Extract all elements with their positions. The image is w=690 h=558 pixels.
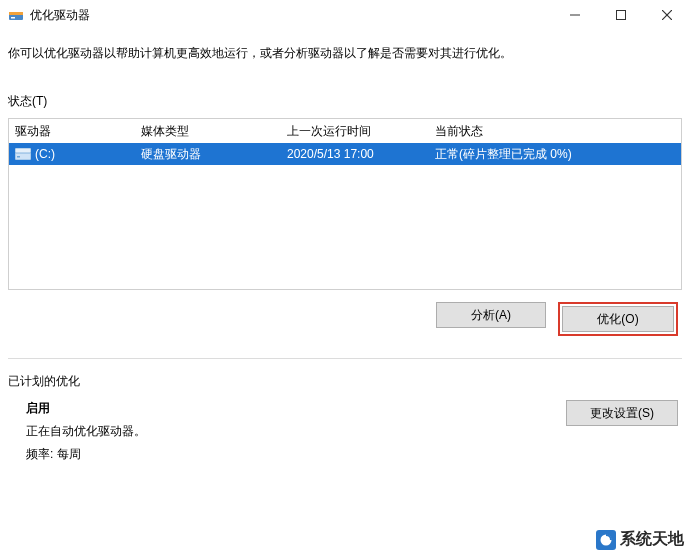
drive-list[interactable]: 驱动器 媒体类型 上一次运行时间 当前状态 (C:) 硬盘驱动器 2020/5/…	[8, 118, 682, 290]
cell-media: 硬盘驱动器	[135, 146, 281, 163]
table-row[interactable]: (C:) 硬盘驱动器 2020/5/13 17:00 正常(碎片整理已完成 0%…	[9, 143, 681, 165]
window-controls	[552, 0, 690, 30]
maximize-button[interactable]	[598, 0, 644, 30]
minimize-button[interactable]	[552, 0, 598, 30]
schedule-row: 启用 正在自动优化驱动器。 频率: 每周 更改设置(S)	[8, 400, 682, 469]
svg-rect-4	[617, 11, 626, 20]
titlebar: 优化驱动器	[0, 0, 690, 30]
column-header-lastrun[interactable]: 上一次运行时间	[281, 123, 429, 140]
disk-icon	[15, 147, 31, 161]
schedule-freq: 频率: 每周	[26, 446, 566, 463]
status-label: 状态(T)	[8, 93, 682, 110]
watermark-text: 系统天地	[620, 529, 684, 550]
svg-rect-8	[15, 148, 31, 153]
svg-rect-2	[11, 17, 15, 19]
action-buttons: 分析(A) 优化(O)	[8, 302, 682, 336]
cell-lastrun: 2020/5/13 17:00	[281, 147, 429, 161]
schedule-info: 启用 正在自动优化驱动器。 频率: 每周	[8, 400, 566, 469]
content: 你可以优化驱动器以帮助计算机更高效地运行，或者分析驱动器以了解是否需要对其进行优…	[0, 30, 690, 469]
svg-rect-1	[9, 12, 23, 15]
svg-rect-9	[17, 156, 20, 158]
change-settings-button[interactable]: 更改设置(S)	[566, 400, 678, 426]
description-text: 你可以优化驱动器以帮助计算机更高效地运行，或者分析驱动器以了解是否需要对其进行优…	[8, 44, 682, 63]
schedule-on: 启用	[26, 400, 566, 417]
watermark-icon	[596, 530, 616, 550]
highlight-box: 优化(O)	[558, 302, 678, 336]
window-title: 优化驱动器	[30, 7, 90, 24]
schedule-title: 已计划的优化	[8, 373, 682, 390]
cell-drive-label: (C:)	[35, 147, 55, 161]
column-header-drive[interactable]: 驱动器	[9, 123, 135, 140]
column-header-state[interactable]: 当前状态	[429, 123, 681, 140]
close-button[interactable]	[644, 0, 690, 30]
app-icon	[8, 7, 24, 23]
list-header: 驱动器 媒体类型 上一次运行时间 当前状态	[9, 119, 681, 143]
schedule-desc: 正在自动优化驱动器。	[26, 423, 566, 440]
analyze-button[interactable]: 分析(A)	[436, 302, 546, 328]
cell-state: 正常(碎片整理已完成 0%)	[429, 146, 681, 163]
column-header-media[interactable]: 媒体类型	[135, 123, 281, 140]
separator	[8, 358, 682, 359]
cell-drive: (C:)	[9, 147, 135, 161]
watermark: 系统天地	[596, 529, 684, 550]
optimize-button[interactable]: 优化(O)	[562, 306, 674, 332]
